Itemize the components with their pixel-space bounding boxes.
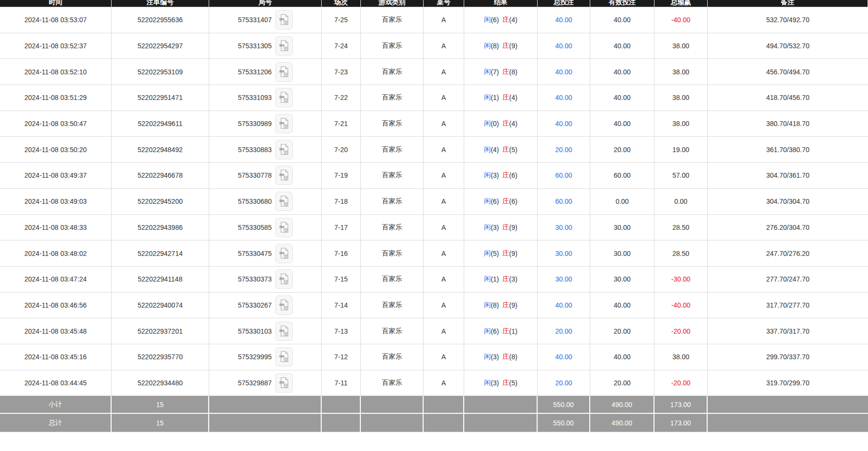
result-banker-label: 庄	[502, 145, 509, 154]
result-player-label: 闲	[484, 171, 491, 180]
result-banker-label: 庄	[502, 249, 509, 258]
replay-video-button[interactable]	[275, 140, 293, 159]
table-row: 2024-11-08 03:48:02 522022942714 5753304…	[0, 240, 868, 267]
column-header: 游戏类别	[361, 0, 424, 7]
replay-video-button[interactable]	[275, 218, 293, 237]
cell-balance: 380.70/418.70	[708, 111, 868, 137]
cell-win-loss: 38.00	[655, 33, 708, 59]
replay-video-button[interactable]	[275, 296, 293, 315]
cell-round-number: 575330585	[209, 215, 322, 241]
replay-video-button[interactable]	[275, 88, 293, 107]
result-banker-score: (9)	[509, 250, 517, 257]
replay-video-button[interactable]	[275, 269, 293, 289]
result-player-score: (1)	[491, 275, 499, 283]
cell-time: 2024-11-08 03:48:33	[0, 215, 112, 241]
cell-table-number: A	[424, 85, 464, 111]
cell-valid-bet: 40.00	[590, 85, 655, 111]
replay-video-button[interactable]	[275, 62, 293, 82]
replay-video-button[interactable]	[275, 10, 293, 29]
video-file-icon	[279, 169, 289, 181]
video-file-icon	[279, 325, 289, 337]
result-player-score: (3)	[491, 171, 499, 179]
result-player-label: 闲	[484, 301, 491, 310]
video-file-icon	[279, 66, 289, 78]
replay-video-button[interactable]	[275, 192, 293, 211]
cell-balance: 337.70/317.70	[708, 318, 868, 344]
result-banker-label: 庄	[502, 275, 509, 283]
table-body: 2024-11-08 03:53:07 522022955636 5753314…	[0, 7, 868, 396]
subtotal-win-loss: 173.00	[655, 396, 708, 414]
grand-total-empty-cell	[424, 414, 464, 432]
video-file-icon	[279, 196, 289, 207]
cell-balance: 317.70/277.70	[708, 293, 868, 319]
replay-video-button[interactable]	[275, 322, 293, 341]
cell-round-number: 575331407	[209, 7, 322, 33]
cell-valid-bet: 30.00	[590, 267, 655, 293]
column-header: 局号	[209, 0, 322, 7]
cell-round-number: 575330475	[209, 240, 322, 267]
cell-game-type: 百家乐	[361, 33, 424, 59]
replay-video-button[interactable]	[275, 347, 293, 366]
result-player-score: (4)	[491, 146, 499, 154]
table-row: 2024-11-08 03:52:10 522022953109 5753312…	[0, 59, 868, 85]
cell-total-bet: 20.00	[538, 318, 590, 344]
cell-total-bet: 40.00	[538, 59, 590, 85]
result-banker-score: (6)	[509, 197, 517, 205]
video-file-icon	[279, 222, 289, 233]
result-banker-score: (4)	[509, 16, 517, 24]
column-header: 结果	[464, 0, 538, 7]
cell-win-loss: 0.00	[655, 189, 708, 215]
cell-session: 7-14	[322, 293, 361, 319]
table-row: 2024-11-08 03:49:03 522022945200 5753306…	[0, 189, 868, 215]
cell-session: 7-11	[322, 370, 361, 396]
cell-session: 7-16	[322, 240, 361, 267]
cell-session: 7-24	[322, 33, 361, 59]
cell-session: 7-25	[322, 7, 361, 33]
cell-win-loss: -30.00	[655, 267, 708, 293]
cell-table-number: A	[424, 33, 464, 59]
result-player-label: 闲	[484, 249, 491, 258]
result-banker-label: 庄	[502, 171, 509, 180]
cell-result: 闲(4)庄(5)	[464, 137, 538, 163]
video-file-icon	[279, 299, 289, 311]
result-banker-score: (9)	[509, 224, 517, 231]
cell-round-number: 575330267	[209, 293, 322, 319]
cell-total-bet: 40.00	[538, 344, 590, 370]
video-file-icon	[279, 40, 289, 52]
cell-win-loss: 28.50	[655, 240, 708, 267]
cell-total-bet: 40.00	[538, 85, 590, 111]
cell-valid-bet: 20.00	[590, 370, 655, 396]
replay-video-button[interactable]	[275, 244, 293, 263]
table-row: 2024-11-08 03:48:33 522022943986 5753305…	[0, 215, 868, 241]
cell-game-type: 百家乐	[361, 344, 424, 370]
grand-total-win-loss: 173.00	[655, 414, 708, 432]
cell-balance: 361.70/380.70	[708, 137, 868, 163]
cell-game-type: 百家乐	[361, 85, 424, 111]
replay-video-button[interactable]	[275, 114, 293, 133]
result-player-label: 闲	[484, 93, 491, 102]
result-player-label: 闲	[484, 379, 491, 387]
cell-total-bet: 40.00	[538, 7, 590, 33]
cell-round-number: 575331305	[209, 33, 322, 59]
replay-video-button[interactable]	[275, 36, 293, 56]
cell-time: 2024-11-08 03:46:56	[0, 293, 112, 319]
result-player-label: 闲	[484, 327, 491, 336]
cell-bet-number: 522022941148	[112, 267, 209, 293]
table-row: 2024-11-08 03:45:48 522022937201 5753301…	[0, 318, 868, 344]
result-banker-score: (9)	[509, 42, 517, 50]
replay-video-button[interactable]	[275, 373, 293, 393]
cell-game-type: 百家乐	[361, 318, 424, 344]
result-player-score: (3)	[491, 224, 499, 231]
cell-valid-bet: 40.00	[590, 33, 655, 59]
cell-table-number: A	[424, 215, 464, 241]
column-header: 场次	[322, 0, 361, 7]
replay-video-button[interactable]	[275, 166, 293, 185]
cell-win-loss: 38.00	[655, 85, 708, 111]
cell-table-number: A	[424, 163, 464, 189]
cell-valid-bet: 40.00	[590, 344, 655, 370]
cell-table-number: A	[424, 267, 464, 293]
cell-result: 闲(7)庄(8)	[464, 59, 538, 85]
cell-valid-bet: 40.00	[590, 111, 655, 137]
cell-session: 7-20	[322, 137, 361, 163]
subtotal-label: 小计	[0, 396, 112, 414]
